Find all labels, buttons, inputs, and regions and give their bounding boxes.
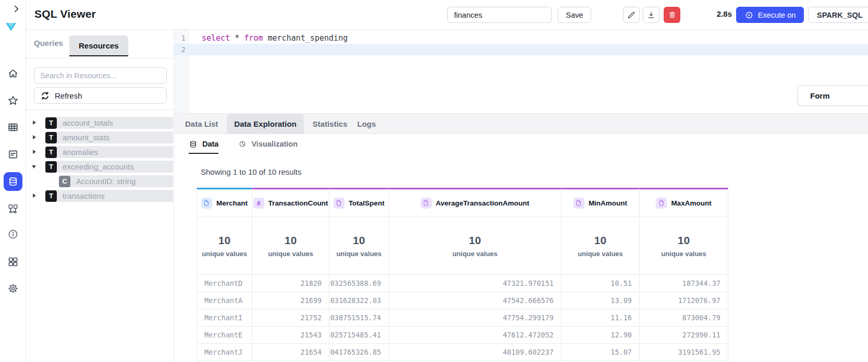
table-cell: 10.51	[561, 275, 640, 292]
results-tab-data-exploration[interactable]: Data Exploration	[227, 114, 303, 134]
column-header-totalspent[interactable]: TotalSpent	[329, 188, 389, 217]
caret-right-icon[interactable]	[33, 135, 36, 139]
tab-resources[interactable]: Resources	[69, 35, 128, 56]
table-cell: 1038751515.74	[329, 309, 389, 327]
table-badge: T	[45, 147, 57, 158]
caret-down-icon[interactable]	[32, 165, 36, 168]
edit-pencil-icon[interactable]	[623, 7, 640, 23]
tree-item-bar[interactable]: Taccount_totals	[45, 117, 173, 129]
unique-count: 10	[469, 234, 481, 247]
table-cell: 15.07	[561, 344, 640, 361]
unique-count: 10	[678, 234, 690, 247]
tree-item[interactable]: CAccountID: string	[26, 174, 174, 189]
tree-item-bar[interactable]: Tanomalies	[45, 146, 173, 158]
hash-column-icon: #	[253, 198, 264, 209]
table-badge: T	[45, 132, 57, 143]
tree-item[interactable]: Taccount_totals	[26, 116, 174, 130]
table-badge: T	[45, 190, 57, 202]
unique-label: unique values	[578, 250, 623, 258]
info-icon[interactable]	[4, 225, 22, 244]
execute-button[interactable]: Execute on	[736, 7, 804, 23]
table-cell: 3191561.95	[640, 344, 728, 361]
resource-search-input[interactable]	[34, 67, 167, 83]
tree-item[interactable]: Ttransactions	[26, 189, 174, 203]
subtab-visualization[interactable]: Visualization	[238, 134, 297, 154]
table-cell: 873004.79	[640, 309, 728, 327]
tab-queries[interactable]: Queries	[34, 39, 63, 47]
column-header-minamount[interactable]: MinAmount	[561, 188, 640, 217]
table-cell: 13.09	[561, 292, 640, 309]
table-badge: T	[45, 161, 57, 173]
table-header-row: Merchant#TransactionCountTotalSpentAvera…	[197, 188, 728, 217]
tree-item-label: transactions	[63, 191, 105, 200]
editor-lines: 1select * from merchant_spending2	[174, 32, 868, 55]
code-text[interactable]	[189, 44, 868, 55]
caret-right-icon[interactable]	[33, 150, 36, 154]
column-header-averagetransactionamount[interactable]: AverageTransactionAmount	[389, 188, 561, 217]
tables-grid-icon[interactable]	[4, 118, 22, 137]
results-tab-logs[interactable]: Logs	[356, 114, 377, 134]
execute-gear-play-icon	[744, 10, 754, 20]
data-flow-icon[interactable]	[4, 199, 22, 218]
engine-dropdown[interactable]: SPARK_SQL	[808, 7, 868, 23]
delete-trash-icon[interactable]	[664, 7, 680, 23]
subtab-label: Visualization	[251, 140, 297, 148]
text-column-icon	[573, 198, 584, 209]
text-column-icon	[201, 198, 212, 209]
format-button[interactable]: Form	[797, 85, 868, 106]
code-line[interactable]: 2	[174, 44, 868, 55]
table-cell: 21543	[252, 327, 329, 344]
tree-item-bar[interactable]: CAccountID: string	[59, 175, 173, 187]
code-token: from	[244, 33, 263, 43]
unique-values-cell: 10unique values	[197, 217, 252, 275]
home-icon[interactable]	[4, 64, 22, 83]
table-cell: MerchantA	[197, 292, 252, 309]
column-badge: C	[59, 176, 70, 187]
sql-editor[interactable]: 1select * from merchant_spending2 Form	[174, 30, 868, 114]
pie-chart-icon	[238, 140, 247, 148]
database-icon[interactable]	[4, 172, 22, 191]
favorites-star-icon[interactable]	[4, 91, 22, 110]
document-icon[interactable]	[4, 145, 22, 164]
column-header-transactioncount[interactable]: #TransactionCount	[252, 188, 329, 217]
caret-right-icon[interactable]	[33, 194, 36, 198]
resource-tree: Taccount_totalsTamount_statsTanomaliesTe…	[26, 116, 174, 203]
top-bar: SQL Viewer Save 2.8s Execute on SPARK_SQ…	[26, 0, 868, 30]
table-cell: 21699	[252, 292, 329, 309]
settings-gear-icon[interactable]	[4, 279, 22, 298]
column-header-maxamount[interactable]: MaxAmount	[640, 188, 728, 217]
tree-item[interactable]: Tanomalies	[26, 145, 174, 160]
refresh-button[interactable]: Refresh	[34, 87, 167, 104]
download-icon[interactable]	[643, 7, 659, 23]
results-tab-statistics[interactable]: Statistics	[312, 114, 349, 134]
table-badge: T	[45, 117, 57, 129]
code-token: select	[202, 33, 230, 43]
column-header-merchant[interactable]: Merchant	[197, 188, 252, 217]
table-cell: 187344.37	[640, 275, 728, 292]
apps-grid-icon[interactable]	[4, 252, 22, 271]
table-cell: 21820	[252, 275, 329, 292]
tree-item[interactable]: Tamount_stats	[26, 130, 174, 145]
tree-item-label: account_totals	[63, 118, 113, 127]
code-line[interactable]: 1select * from merchant_spending	[174, 32, 868, 44]
collapse-panel-icon[interactable]	[9, 2, 23, 16]
tree-item-bar[interactable]: Ttransactions	[45, 190, 173, 202]
code-text[interactable]: select * from merchant_spending	[189, 32, 868, 44]
table-row: MerchantD218201032565388.6947321.9701511…	[197, 275, 728, 292]
table-cell: 11.16	[561, 309, 640, 327]
caret-right-icon[interactable]	[33, 120, 36, 125]
save-button[interactable]: Save	[558, 7, 591, 23]
table-cell: MerchantE	[197, 327, 252, 344]
query-name-input[interactable]	[447, 7, 552, 23]
results-tab-data-list[interactable]: Data List	[184, 114, 219, 134]
tree-item-bar[interactable]: Tamount_stats	[45, 131, 173, 143]
table-cell: 12.90	[561, 327, 640, 344]
results-subtabs: DataVisualization	[174, 134, 298, 154]
results-table: Merchant#TransactionCountTotalSpentAvera…	[197, 188, 728, 361]
subtab-data[interactable]: Data	[189, 134, 218, 154]
table-row: MerchantA216991031628322.0347542.6665761…	[197, 292, 728, 309]
tree-item[interactable]: Texceeding_accounts	[26, 160, 174, 174]
resources-panel: Queries Resources Refresh Taccount_total…	[26, 30, 174, 362]
tree-item-bar[interactable]: Texceeding_accounts	[45, 161, 173, 173]
results-tabstrip: Data ListData ExplorationStatisticsLogs	[174, 114, 868, 134]
